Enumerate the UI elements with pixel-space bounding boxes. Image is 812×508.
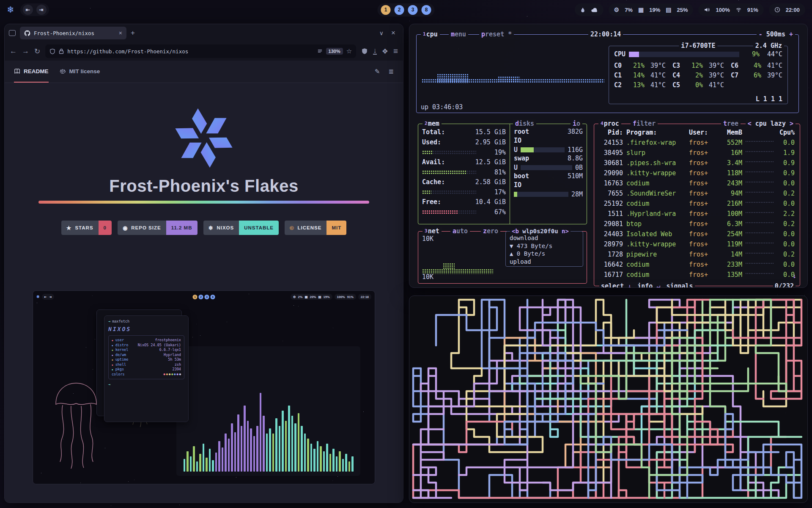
outline-icon[interactable]: ≣ [388, 68, 394, 75]
btop-menu-button[interactable]: menu [449, 30, 468, 39]
proc-scroll-down-icon[interactable]: ↓ [793, 272, 796, 280]
badge-icon: ★ [66, 225, 72, 231]
new-tab-button[interactable]: + [131, 29, 135, 37]
tab-readme[interactable]: README [14, 61, 49, 83]
disk-usage: 25% [677, 7, 688, 13]
proc-info-hint[interactable]: info ↵ [637, 282, 660, 288]
scales-icon [60, 68, 66, 75]
mini-clock: 22:18 [361, 295, 369, 299]
workspace-pill[interactable]: 2 [395, 5, 404, 15]
firefox-view-icon[interactable] [9, 30, 16, 36]
proc-header-user[interactable]: User: [689, 127, 715, 138]
color-dot: ● [177, 372, 178, 377]
mini-workspace-pill: 8 [211, 295, 215, 299]
list-tabs-icon[interactable]: ∨ [379, 30, 384, 36]
shield-badge[interactable]: ★STARS 0 [61, 221, 112, 235]
mem-free-label: Free: [422, 197, 441, 207]
process-row[interactable]: 24153 .firefox-wrap fros+ 552M 0.0 [594, 138, 800, 148]
clock-module[interactable]: 22:00 [769, 3, 805, 16]
shield-badge[interactable]: ©LICENSE MIT [285, 221, 346, 235]
readme-screenshot[interactable]: ❄ ⇤ ⇥ 1238 ⚙ 2% ▦ 20% ▤ [33, 290, 375, 484]
field-icon: ◆ [112, 348, 113, 353]
lock-icon[interactable] [59, 48, 64, 54]
process-row[interactable]: 28979 .kitty-wrappe fros+ 119M 0.0 [594, 239, 800, 249]
btop-window: 1cpu menu preset * 22:00:14 - 500ms + up… [409, 24, 808, 288]
weather-module[interactable] [575, 3, 604, 16]
cpu-history-graph [422, 71, 604, 86]
proc-header-program[interactable]: Program: [626, 127, 686, 138]
nixos-logo-icon[interactable]: ❄ [7, 5, 14, 15]
window-close-icon[interactable]: × [391, 29, 395, 37]
disk-boot-meter [514, 192, 568, 197]
zoom-level-badge[interactable]: 130% [326, 48, 343, 55]
cpu-total-meter [629, 52, 739, 57]
mem-total-value: 15.5 GiB [475, 127, 506, 138]
proc-tree-button[interactable]: tree [721, 119, 741, 128]
downloads-icon[interactable]: ↓ [373, 48, 377, 55]
btop-update-interval[interactable]: - 500ms + [757, 30, 795, 39]
proc-header-cpu[interactable]: Cpu% [777, 127, 795, 138]
proc-sort-selector[interactable]: < cpu lazy > [746, 119, 796, 128]
field-value: NixOS 24.05 (Uakari) [138, 343, 181, 348]
btop-preset-button[interactable]: preset * [479, 30, 514, 39]
process-row[interactable]: 25192 codium fros+ 216M 0.0 [594, 199, 800, 209]
proc-filter-button[interactable]: filter [631, 119, 658, 128]
media-next-button[interactable]: ⇥ [36, 5, 47, 15]
reload-button[interactable]: ↻ [34, 47, 40, 56]
system-stats-module[interactable]: ⚙ 7% ▦ 19% ▤ 25% [609, 3, 694, 16]
process-row[interactable]: 1728 pipewire fros+ 14M 0.2 [594, 249, 800, 260]
bookmark-star-icon[interactable]: ☆ [346, 47, 352, 55]
workspace-pill[interactable]: 8 [422, 5, 431, 15]
tracking-shield-icon[interactable] [49, 48, 55, 55]
mini-workspace-pill: 2 [199, 295, 203, 299]
readme-body: Frost-Phoenix's Flakes ★STARS 0 ◉REPO SI… [5, 83, 403, 502]
badge-row: ★STARS 0 ◉REPO SIZE 11.2 MB ❄NIXOS UNSTA… [5, 221, 403, 235]
forward-button[interactable]: → [22, 47, 29, 55]
extensions-icon[interactable]: ❖ [382, 47, 388, 56]
process-row[interactable]: 38495 slurp fros+ 16M 1.9 [594, 148, 800, 158]
memory-icon: ▦ [638, 7, 644, 13]
process-row[interactable]: 29081 btop fros+ 6.3M 0.2 [594, 219, 800, 229]
firefox-window: Frost-Phoenix/nixos × + ∨ × ← → ↻ https:… [4, 24, 403, 503]
disk-boot-io: IO [514, 181, 521, 190]
net-interface-label[interactable]: <b wlp0s20f0u n> [510, 227, 571, 235]
badge-label: STARS [75, 225, 93, 230]
badge-label: REPO SIZE [131, 225, 161, 230]
adblock-shield-icon[interactable] [361, 48, 368, 55]
net-zero-button[interactable]: zero [481, 227, 500, 235]
process-row[interactable]: 7655 .SoundWireSer fros+ 94M 0.2 [594, 188, 800, 199]
back-button[interactable]: ← [10, 47, 17, 55]
workspace-pill[interactable]: 1 [381, 5, 391, 15]
fetch-terminal: → maxfetch NIXOS ◆ user frostphoenix [104, 315, 189, 422]
workspace-pill[interactable]: 3 [408, 5, 418, 15]
tab-license[interactable]: MIT license [60, 61, 100, 83]
shield-badge[interactable]: ◉REPO SIZE 11.2 MB [118, 221, 198, 235]
edit-pencil-icon[interactable]: ✎ [375, 68, 380, 75]
audio-network-module[interactable]: 100% 91% [698, 3, 763, 16]
process-row[interactable]: 24403 Isolated Web fros+ 254M 0.0 [594, 229, 800, 239]
mini-mem: 20% [310, 295, 316, 299]
github-page: README MIT license ✎ ≣ [5, 61, 403, 502]
process-row[interactable]: 16642 codium fros+ 233M 0.0 [594, 260, 800, 270]
process-row[interactable]: 16763 codium fros+ 243M 0.0 [594, 178, 800, 188]
menu-icon[interactable]: ≡ [393, 47, 398, 56]
terminal-color-dots: ●●●●●●● [163, 372, 181, 377]
proc-header-pid[interactable]: Pid: [599, 127, 623, 138]
browser-tab[interactable]: Frost-Phoenix/nixos × [20, 27, 126, 39]
reader-mode-icon[interactable] [317, 49, 323, 54]
shield-badge[interactable]: ❄NIXOS UNSTABLE [203, 221, 279, 235]
process-row[interactable]: 1511 .Hyprland-wra fros+ 100M 2.2 [594, 209, 800, 219]
process-row[interactable]: 30681 .pipes.sh-wra fros+ 3.4M 0.9 [594, 158, 800, 168]
process-row[interactable]: 16717 codium fros+ 135M 0.0 [594, 270, 800, 280]
media-prev-button[interactable]: ⇤ [23, 5, 33, 15]
process-row[interactable]: 29090 .kitty-wrappe fros+ 118M 0.9 [594, 168, 800, 178]
proc-select-hint[interactable]: select ↓ [601, 282, 631, 288]
proc-header-mem[interactable]: MemB [719, 127, 742, 138]
badge-icon: © [290, 225, 294, 231]
field-key: user [115, 338, 131, 343]
prompt-arrow: → [108, 382, 110, 387]
tab-close-icon[interactable]: × [119, 30, 122, 36]
proc-signals-hint[interactable]: signals [666, 282, 693, 288]
net-auto-button[interactable]: auto [450, 227, 470, 235]
url-bar[interactable]: https://github.com/Frost-Phoenix/nixos 1… [45, 44, 356, 58]
